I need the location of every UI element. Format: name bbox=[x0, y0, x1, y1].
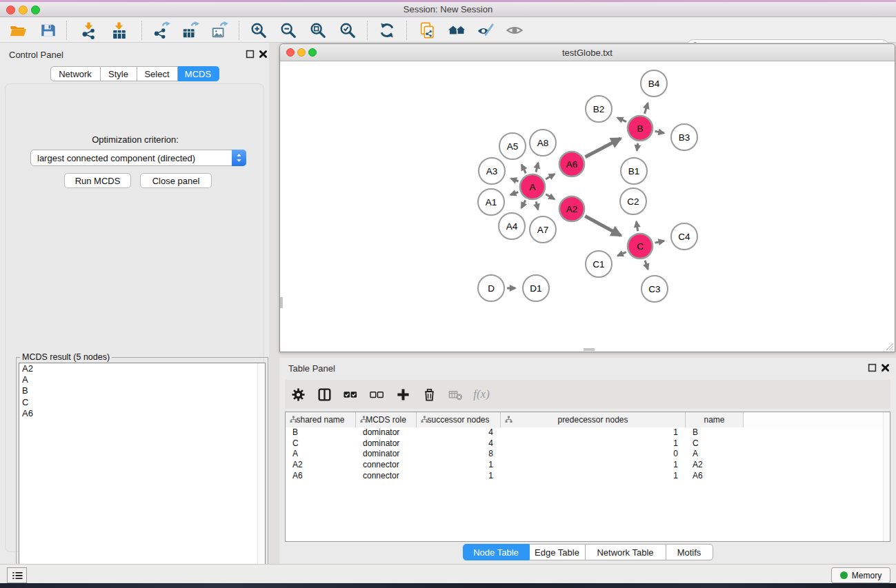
cell-successor-nodes[interactable]: 1 bbox=[417, 471, 501, 482]
table-close-panel-icon[interactable] bbox=[881, 363, 890, 372]
tab-network[interactable]: Network bbox=[50, 66, 101, 81]
table-float-panel-icon[interactable] bbox=[868, 363, 877, 372]
graph-edge-A-A6[interactable] bbox=[546, 174, 555, 179]
import-table-icon[interactable] bbox=[110, 21, 129, 40]
graph-edge-C-C1[interactable] bbox=[617, 252, 626, 256]
tab-edge-table[interactable]: Edge Table bbox=[530, 544, 586, 560]
tab-network-table[interactable]: Network Table bbox=[586, 544, 666, 560]
graph-edge-A-A5[interactable] bbox=[521, 165, 526, 174]
toggle-columns-icon[interactable] bbox=[311, 384, 337, 405]
cell-shared-name[interactable]: A6 bbox=[286, 471, 356, 482]
table-options-icon[interactable] bbox=[285, 384, 311, 405]
save-session-icon[interactable] bbox=[39, 21, 58, 40]
delete-columns-icon[interactable] bbox=[416, 384, 442, 405]
zoom-selected-icon[interactable] bbox=[338, 21, 357, 40]
tab-select[interactable]: Select bbox=[137, 66, 178, 81]
network-window-titlebar[interactable]: testGlobe.txt bbox=[280, 44, 895, 61]
network-window-zoom-button[interactable] bbox=[308, 48, 317, 57]
refresh-view-icon[interactable] bbox=[377, 21, 397, 40]
network-window-minimize-button[interactable] bbox=[297, 48, 306, 57]
graph-edge-A-A1[interactable] bbox=[510, 192, 518, 195]
table-row-C[interactable]: Cdominator41C bbox=[286, 438, 890, 449]
cell-name[interactable]: A6 bbox=[686, 471, 744, 482]
column-header-name[interactable]: name bbox=[686, 412, 744, 427]
select-all-icon[interactable] bbox=[337, 384, 364, 405]
graph-edge-B-B4[interactable] bbox=[644, 103, 648, 113]
window-close-button[interactable] bbox=[6, 6, 15, 14]
canvas-vertical-scroll-indicator[interactable] bbox=[280, 297, 283, 308]
cell-name[interactable]: A bbox=[686, 449, 744, 460]
table-scrollbar[interactable] bbox=[883, 412, 890, 541]
cell-MCDS-role[interactable]: connector bbox=[356, 460, 417, 471]
cell-shared-name[interactable]: A2 bbox=[286, 460, 356, 471]
graph-edge-C-C4[interactable] bbox=[655, 241, 664, 243]
graph-edge-A-A4[interactable] bbox=[521, 200, 526, 207]
graph-edge-A-A7[interactable] bbox=[536, 201, 538, 210]
column-header-predecessor-nodes[interactable]: predecessor nodes bbox=[501, 412, 686, 427]
tab-mcds[interactable]: MCDS bbox=[178, 66, 219, 81]
cell-MCDS-role[interactable]: dominator bbox=[356, 427, 417, 438]
zoom-fit-icon[interactable] bbox=[308, 21, 328, 40]
mcds-result-list[interactable]: A2ABCA6 bbox=[19, 363, 266, 587]
table-row-A[interactable]: Adominator80A bbox=[286, 449, 890, 460]
result-list-scrollbar[interactable] bbox=[257, 363, 265, 587]
show-graphics-details-icon[interactable] bbox=[476, 21, 495, 40]
create-column-icon[interactable] bbox=[390, 384, 416, 405]
tab-node-table[interactable]: Node Table bbox=[463, 544, 530, 560]
network-canvas[interactable]: B4B2BB3A8A5A6B1A3AC2A1A2A4A7C4CC1C3DD1 bbox=[281, 62, 895, 352]
graph-edge-C-C2[interactable] bbox=[637, 221, 638, 231]
tab-style[interactable]: Style bbox=[101, 66, 137, 81]
cell-MCDS-role[interactable]: dominator bbox=[356, 438, 417, 449]
graph-edge-A2-C[interactable] bbox=[585, 216, 621, 236]
zoom-in-icon[interactable] bbox=[249, 21, 268, 40]
graph-edge-B-B2[interactable] bbox=[617, 118, 626, 122]
network-window-close-button[interactable] bbox=[286, 48, 295, 57]
float-panel-icon[interactable] bbox=[246, 49, 255, 58]
graph-edge-A-A2[interactable] bbox=[546, 194, 555, 199]
cell-predecessor-nodes[interactable]: 0 bbox=[501, 449, 686, 460]
run-mcds-button[interactable]: Run MCDS bbox=[64, 173, 131, 188]
result-item-b[interactable]: B bbox=[19, 385, 265, 396]
export-table-icon[interactable] bbox=[181, 21, 200, 40]
memory-button[interactable]: Memory bbox=[831, 567, 890, 583]
cell-shared-name[interactable]: A bbox=[286, 449, 356, 460]
task-history-button[interactable] bbox=[7, 567, 27, 583]
close-panel-button[interactable]: Close panel bbox=[140, 173, 212, 188]
table-row-B[interactable]: Bdominator41B bbox=[286, 427, 890, 438]
cell-name[interactable]: A2 bbox=[686, 460, 744, 471]
graph-edge-B-B1[interactable] bbox=[637, 143, 638, 151]
cell-name[interactable]: C bbox=[686, 438, 744, 449]
result-item-c[interactable]: C bbox=[19, 397, 265, 408]
cell-MCDS-role[interactable]: dominator bbox=[356, 449, 417, 460]
graph-edge-C-C3[interactable] bbox=[645, 261, 648, 270]
graph-edge-B-B3[interactable] bbox=[655, 131, 664, 133]
cell-successor-nodes[interactable]: 4 bbox=[417, 427, 501, 438]
zoom-out-icon[interactable] bbox=[279, 21, 298, 40]
window-minimize-button[interactable] bbox=[19, 6, 28, 14]
table-row-A2[interactable]: A2connector11A2 bbox=[286, 460, 890, 471]
column-header-MCDS-role[interactable]: MCDS role bbox=[356, 412, 417, 427]
export-image-icon[interactable] bbox=[210, 21, 229, 40]
close-panel-icon[interactable] bbox=[259, 49, 268, 58]
import-network-icon[interactable] bbox=[79, 21, 99, 40]
result-item-a2[interactable]: A2 bbox=[19, 363, 265, 374]
export-network-icon[interactable] bbox=[152, 21, 171, 40]
deselect-all-icon[interactable] bbox=[364, 384, 390, 405]
graph-edge-A-A3[interactable] bbox=[511, 179, 519, 181]
cell-predecessor-nodes[interactable]: 1 bbox=[501, 427, 686, 438]
cell-predecessor-nodes[interactable]: 1 bbox=[501, 471, 686, 482]
criterion-dropdown[interactable]: largest connected component (directed) bbox=[30, 150, 246, 166]
table-row-A6[interactable]: A6connector11A6 bbox=[286, 471, 890, 482]
result-item-a[interactable]: A bbox=[19, 374, 265, 385]
cell-successor-nodes[interactable]: 1 bbox=[417, 460, 501, 471]
cell-MCDS-role[interactable]: connector bbox=[356, 471, 417, 482]
graph-edge-A-A8[interactable] bbox=[536, 163, 538, 172]
graph-edge-A6-B[interactable] bbox=[585, 139, 620, 157]
cell-successor-nodes[interactable]: 8 bbox=[417, 449, 501, 460]
cell-predecessor-nodes[interactable]: 1 bbox=[501, 460, 686, 471]
cell-predecessor-nodes[interactable]: 1 bbox=[501, 438, 686, 449]
cell-successor-nodes[interactable]: 4 bbox=[417, 438, 501, 449]
column-header-successor-nodes[interactable]: successor nodes bbox=[417, 412, 501, 427]
result-item-a6[interactable]: A6 bbox=[19, 408, 265, 419]
cell-shared-name[interactable]: C bbox=[286, 438, 356, 449]
